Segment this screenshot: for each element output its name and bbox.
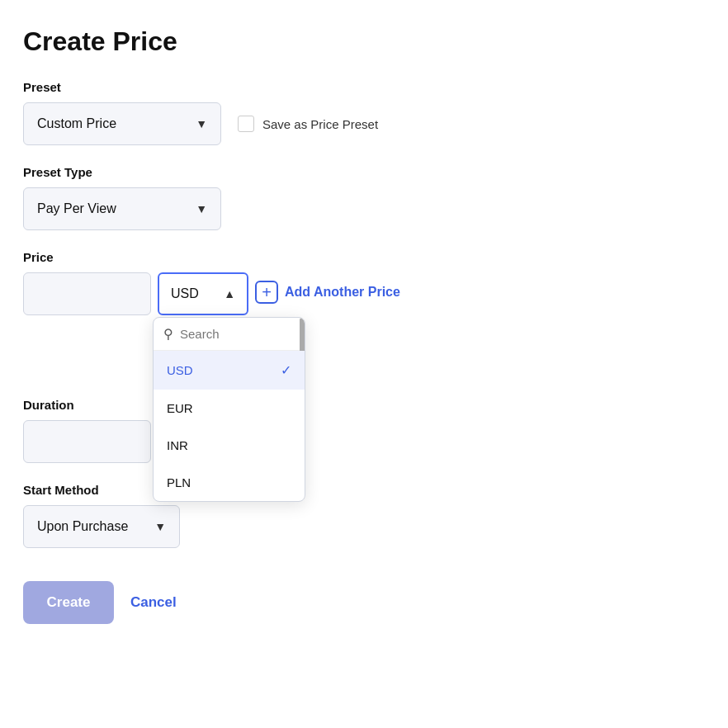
currency-chevron-icon: ▲ (224, 287, 235, 300)
preset-type-select[interactable]: Pay Per View ▼ (23, 187, 221, 230)
currency-option-usd-label: USD (167, 363, 193, 377)
preset-type-label: Preset Type (23, 165, 705, 179)
price-row: USD ▲ ⚲ USD ✓ EUR INR (23, 272, 705, 315)
preset-row: Custom Price ▼ Save as Price Preset (23, 102, 705, 145)
start-method-chevron-icon: ▼ (154, 520, 166, 533)
currency-option-inr-label: INR (167, 438, 188, 452)
search-icon: ⚲ (163, 326, 173, 342)
preset-label: Preset (23, 80, 705, 94)
duration-field-group: Duration (23, 398, 705, 463)
price-field-group: Price USD ▲ ⚲ USD ✓ EUR (23, 250, 705, 315)
duration-input[interactable] (23, 420, 151, 463)
start-method-field-group: Start Method Upon Purchase ▼ (23, 483, 705, 548)
add-another-price-label: Add Another Price (285, 285, 400, 300)
currency-select-button[interactable]: USD ▲ (158, 272, 248, 315)
currency-option-pln[interactable]: PLN (154, 464, 305, 501)
currency-dropdown-list: USD ✓ EUR INR PLN (154, 351, 305, 501)
create-button[interactable]: Create (23, 581, 114, 624)
currency-value: USD (171, 286, 199, 301)
cancel-button[interactable]: Cancel (130, 594, 177, 611)
preset-select[interactable]: Custom Price ▼ (23, 102, 221, 145)
add-icon: + (255, 281, 278, 304)
currency-search-input[interactable] (180, 327, 295, 341)
currency-option-eur[interactable]: EUR (154, 390, 305, 427)
price-input[interactable] (23, 272, 151, 315)
preset-type-value: Pay Per View (37, 201, 116, 216)
save-as-preset-checkbox[interactable] (238, 116, 254, 132)
price-label: Price (23, 250, 705, 264)
save-as-preset-label: Save as Price Preset (262, 117, 378, 131)
add-another-price-button[interactable]: + Add Another Price (255, 281, 400, 304)
action-buttons: Create Cancel (23, 581, 705, 624)
currency-dropdown: ⚲ USD ✓ EUR INR PLN (153, 317, 305, 502)
page-title: Create Price (23, 26, 705, 57)
preset-field-group: Preset Custom Price ▼ Save as Price Pres… (23, 80, 705, 145)
currency-option-usd[interactable]: USD ✓ (154, 351, 305, 390)
duration-label: Duration (23, 398, 705, 412)
start-method-label: Start Method (23, 483, 705, 497)
currency-option-pln-label: PLN (167, 475, 191, 489)
start-method-value: Upon Purchase (37, 519, 128, 534)
dropdown-search-row: ⚲ (154, 318, 305, 351)
currency-option-usd-check: ✓ (281, 362, 291, 378)
preset-chevron-icon: ▼ (196, 117, 207, 130)
currency-option-inr[interactable]: INR (154, 427, 305, 464)
preset-type-chevron-icon: ▼ (196, 202, 207, 215)
preset-type-field-group: Preset Type Pay Per View ▼ (23, 165, 705, 230)
start-method-select[interactable]: Upon Purchase ▼ (23, 505, 180, 548)
save-as-preset-wrapper[interactable]: Save as Price Preset (238, 116, 378, 132)
preset-select-value: Custom Price (37, 116, 116, 131)
scrollbar-track (300, 318, 305, 350)
currency-option-eur-label: EUR (167, 401, 193, 415)
